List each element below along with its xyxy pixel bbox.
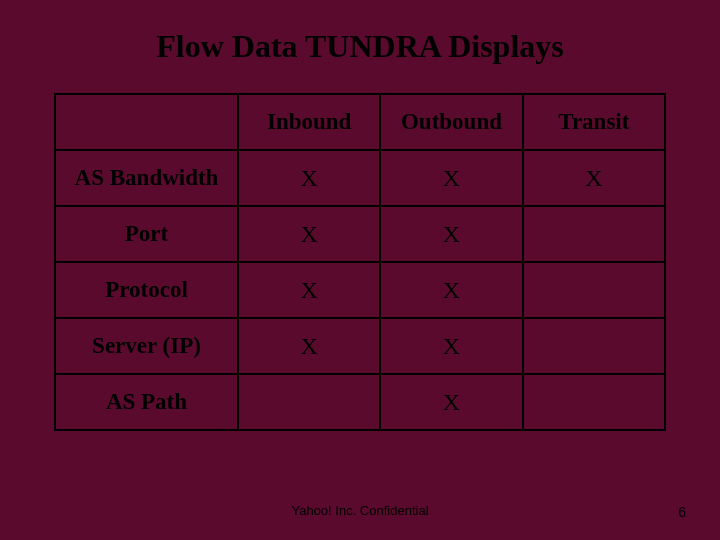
cell: X bbox=[380, 374, 522, 430]
table-row: Protocol X X bbox=[55, 262, 665, 318]
cell: X bbox=[380, 206, 522, 262]
cell: X bbox=[523, 150, 665, 206]
footer-text: Yahoo! Inc. Confidential bbox=[0, 503, 720, 518]
cell bbox=[523, 206, 665, 262]
cell: X bbox=[380, 318, 522, 374]
table-row: AS Path X bbox=[55, 374, 665, 430]
cell: X bbox=[380, 150, 522, 206]
table-header-row: Inbound Outbound Transit bbox=[55, 94, 665, 150]
row-label-as-path: AS Path bbox=[55, 374, 238, 430]
cell bbox=[238, 374, 380, 430]
cell: X bbox=[238, 206, 380, 262]
column-header-transit: Transit bbox=[523, 94, 665, 150]
table-row: Port X X bbox=[55, 206, 665, 262]
table-container: Inbound Outbound Transit AS Bandwidth X … bbox=[0, 93, 720, 431]
row-label-server-ip: Server (IP) bbox=[55, 318, 238, 374]
page-number: 6 bbox=[678, 504, 686, 520]
data-table: Inbound Outbound Transit AS Bandwidth X … bbox=[54, 93, 666, 431]
cell bbox=[523, 318, 665, 374]
slide-title: Flow Data TUNDRA Displays bbox=[0, 0, 720, 93]
column-header-empty bbox=[55, 94, 238, 150]
row-label-protocol: Protocol bbox=[55, 262, 238, 318]
row-label-as-bandwidth: AS Bandwidth bbox=[55, 150, 238, 206]
column-header-inbound: Inbound bbox=[238, 94, 380, 150]
cell bbox=[523, 374, 665, 430]
cell: X bbox=[380, 262, 522, 318]
cell: X bbox=[238, 262, 380, 318]
table-row: AS Bandwidth X X X bbox=[55, 150, 665, 206]
column-header-outbound: Outbound bbox=[380, 94, 522, 150]
row-label-port: Port bbox=[55, 206, 238, 262]
cell bbox=[523, 262, 665, 318]
table-row: Server (IP) X X bbox=[55, 318, 665, 374]
cell: X bbox=[238, 150, 380, 206]
cell: X bbox=[238, 318, 380, 374]
